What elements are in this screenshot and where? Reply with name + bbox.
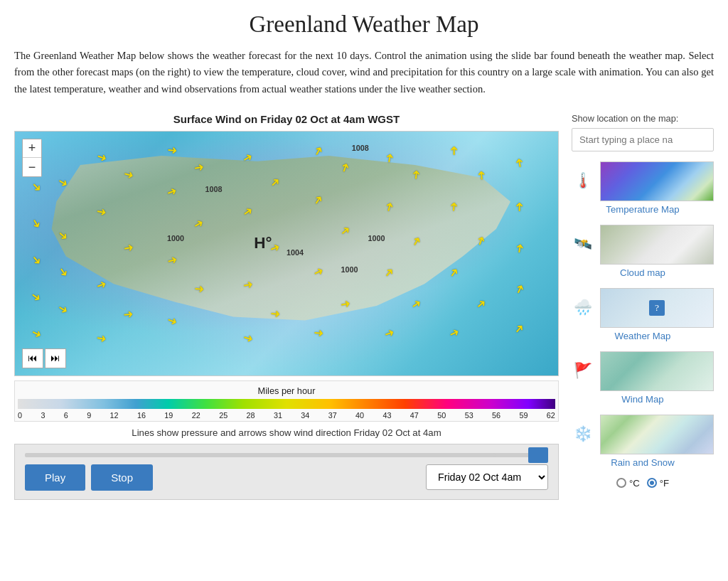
weather-row: 🌧️ ? bbox=[572, 288, 714, 328]
fahrenheit-label: °F bbox=[660, 478, 669, 489]
action-buttons: Play Stop bbox=[25, 464, 153, 491]
temperature-map-thumb[interactable] bbox=[600, 161, 714, 201]
legend-title: Miles per hour bbox=[18, 385, 555, 396]
wind-row: 🚩 bbox=[572, 351, 714, 391]
map-container: ➜ ➜ ➜ ➜ ➜ ➜ ➜ ➜ ➜ ➜ ➜ ➜ ➜ ➜ ➜ ➜ ➜ ➜ ➜ bbox=[14, 131, 559, 376]
stop-button[interactable]: Stop bbox=[91, 464, 153, 491]
map-playback-controls: ⏮ ⏭ bbox=[22, 348, 66, 368]
sidebar: Show location on the map: 🌡️ Temperature… bbox=[572, 113, 714, 489]
map-rewind-button[interactable]: ⏮ bbox=[22, 348, 43, 368]
progress-row bbox=[25, 453, 548, 457]
weather-map-thumb[interactable]: ? bbox=[600, 288, 714, 328]
wind-map-thumb[interactable] bbox=[600, 351, 714, 391]
rain-map-label[interactable]: Rain and Snow bbox=[611, 457, 674, 468]
thermometer-icon: 🌡️ bbox=[572, 170, 594, 193]
map-caption: Lines show pressure and arrows show wind… bbox=[14, 427, 559, 438]
progress-thumb[interactable] bbox=[528, 447, 548, 463]
zoom-in-button[interactable]: + bbox=[23, 139, 41, 158]
wind-map-label[interactable]: Wind Map bbox=[621, 394, 663, 405]
time-dropdown-wrap: Friday 02 Oct 4am Friday 02 Oct 7am Frid… bbox=[426, 464, 548, 490]
cloud-row: 🛰️ bbox=[572, 225, 714, 265]
legend-section: Miles per hour 0 3 6 9 12 16 19 22 25 28… bbox=[14, 380, 559, 422]
progress-track[interactable] bbox=[25, 453, 548, 457]
fahrenheit-option[interactable]: °F bbox=[647, 478, 669, 489]
celsius-option[interactable]: °C bbox=[616, 478, 640, 489]
sidebar-rain-option: ❄️ Rain and Snow bbox=[572, 415, 714, 468]
time-select[interactable]: Friday 02 Oct 4am Friday 02 Oct 7am Frid… bbox=[426, 464, 548, 490]
play-button[interactable]: Play bbox=[25, 464, 85, 491]
rain-icon: 🌧️ bbox=[572, 297, 594, 319]
zoom-out-button[interactable]: − bbox=[23, 158, 41, 176]
main-layout: Surface Wind on Friday 02 Oct at 4am WGS… bbox=[14, 113, 714, 500]
controls-bar: Play Stop Friday 02 Oct 4am Friday 02 Oc… bbox=[14, 444, 559, 500]
celsius-radio[interactable] bbox=[616, 478, 626, 488]
page-title: Greenland Weather Map bbox=[14, 11, 714, 38]
progress-fill bbox=[25, 453, 496, 457]
question-mark-box: ? bbox=[649, 300, 665, 316]
legend-bar bbox=[18, 399, 555, 409]
map-forward-button[interactable]: ⏭ bbox=[45, 348, 66, 368]
page-description: The Greenland Weather Map below shows th… bbox=[14, 48, 714, 97]
sidebar-cloud-option: 🛰️ Cloud map bbox=[572, 225, 714, 278]
temp-unit-row: °C °F bbox=[572, 478, 714, 489]
map-zoom-controls: + − bbox=[22, 139, 42, 177]
temperature-row: 🌡️ bbox=[572, 161, 714, 201]
weather-map-label[interactable]: Weather Map bbox=[615, 331, 671, 341]
cloud-map-label[interactable]: Cloud map bbox=[620, 267, 665, 278]
buttons-row: Play Stop Friday 02 Oct 4am Friday 02 Oc… bbox=[25, 464, 548, 491]
celsius-label: °C bbox=[629, 478, 640, 489]
sidebar-temperature-option: 🌡️ Temperature Map bbox=[572, 161, 714, 215]
temperature-map-label[interactable]: Temperature Map bbox=[606, 204, 679, 215]
rain-map-thumb[interactable] bbox=[600, 415, 714, 454]
fahrenheit-radio[interactable] bbox=[647, 478, 657, 488]
map-section: Surface Wind on Friday 02 Oct at 4am WGS… bbox=[14, 113, 559, 500]
snowflake-icon: ❄️ bbox=[572, 423, 594, 446]
show-location-label: Show location on the map: bbox=[572, 113, 714, 124]
flag-icon: 🚩 bbox=[572, 360, 594, 383]
satellite-icon: 🛰️ bbox=[572, 233, 594, 256]
cloud-map-thumb[interactable] bbox=[600, 225, 714, 265]
sidebar-wind-option: 🚩 Wind Map bbox=[572, 351, 714, 405]
map-title: Surface Wind on Friday 02 Oct at 4am WGS… bbox=[14, 113, 559, 125]
sidebar-weather-option: 🌧️ ? Weather Map bbox=[572, 288, 714, 341]
location-search-input[interactable] bbox=[572, 128, 714, 151]
rain-row: ❄️ bbox=[572, 415, 714, 454]
legend-numbers: 0 3 6 9 12 16 19 22 25 28 31 34 37 40 43… bbox=[18, 411, 555, 420]
